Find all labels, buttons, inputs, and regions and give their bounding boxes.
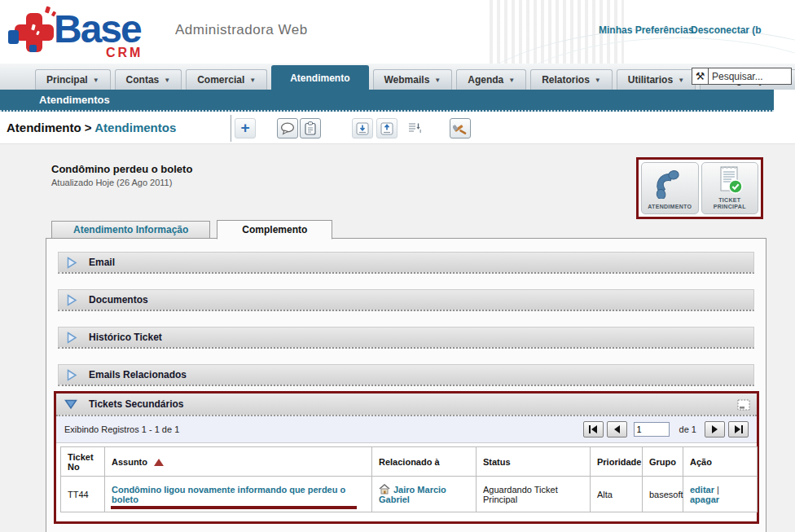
tools-icon[interactable]: ⚒ (692, 68, 709, 85)
col-status[interactable]: Status (477, 447, 591, 477)
pagination-controls: de 1 (583, 421, 749, 437)
chevron-down-icon: ▼ (508, 77, 515, 84)
nav-tab-contas[interactable]: Contas▼ (115, 69, 182, 90)
col-acao[interactable]: Ação (683, 447, 758, 477)
col-prioridade[interactable]: Prioridade (591, 447, 643, 477)
logo-text: Base (54, 7, 141, 51)
ticket-principal-button-label: TICKET PRINCIPAL (702, 197, 758, 212)
editar-link[interactable]: editar (690, 485, 714, 495)
chevron-down-icon: ▼ (164, 77, 170, 84)
page-of-label: de 1 (679, 424, 696, 434)
triangle-right-icon (67, 369, 77, 381)
table-row: TT44 Condômino ligou novamente informand… (61, 477, 758, 512)
desconectar-link[interactable]: Desconectar (b (691, 24, 762, 36)
chevron-down-icon: ▼ (93, 77, 99, 84)
comment-button[interactable] (277, 118, 298, 138)
accordion-emails-relacionados[interactable]: Emails Relacionados (58, 364, 754, 386)
next-page-button[interactable] (705, 421, 725, 437)
main-navigation: Principal▼ Contas▼ Comercial▼ Atendiment… (0, 64, 795, 90)
nav-tab-principal[interactable]: Principal▼ (35, 69, 111, 90)
annotation-box-quick-buttons: ATENDIMENTO TICKET PRINCIPAL (636, 157, 763, 219)
col-relacionado[interactable]: Relacionado à (372, 447, 477, 477)
sort-list-button[interactable] (404, 118, 425, 138)
nav-tab-comercial[interactable]: Comercial▼ (186, 69, 267, 90)
app-header: Base CRM Administradora Web Minhas Prefe… (0, 0, 795, 64)
speech-bubble-icon (280, 122, 295, 135)
accordion-tickets-secundarios[interactable]: Tickets Secundários (56, 394, 757, 416)
accordion-historico-ticket[interactable]: Histórico Ticket (58, 327, 754, 349)
nav-tab-webmails[interactable]: Webmails▼ (373, 69, 453, 90)
nav-tab-atendimento[interactable]: Atendimento (271, 65, 368, 90)
col-grupo[interactable]: Grupo (643, 447, 683, 477)
plus-icon: + (240, 120, 249, 135)
ticket-subject-link[interactable]: Condômino ligou novamente informando que… (112, 485, 345, 504)
last-page-button[interactable] (728, 421, 749, 437)
section-bar: Atendimentos (0, 90, 774, 112)
search-box: ⚒ (692, 68, 792, 85)
tab-complemento[interactable]: Complemento (217, 220, 332, 240)
ticket-check-icon (717, 163, 743, 197)
col-assunto[interactable]: Assunto (105, 447, 372, 477)
minhas-preferencias-link[interactable]: Minhas Preferências (599, 24, 694, 36)
atendimento-button[interactable]: ATENDIMENTO (641, 162, 699, 214)
admin-tools-button[interactable] (450, 118, 471, 138)
cell-acao: editar | apagar (683, 477, 758, 512)
table-header-row: Ticket No Assunto Relacionado à Status P… (61, 447, 758, 477)
ticket-principal-button[interactable]: TICKET PRINCIPAL (701, 162, 759, 214)
gavel-icon (453, 122, 468, 135)
triangle-right-icon (67, 257, 77, 269)
nav-tab-agenda[interactable]: Agenda▼ (456, 69, 526, 90)
base-crm-logo[interactable]: Base CRM (8, 5, 171, 62)
triangle-right-icon (67, 332, 77, 344)
import-button[interactable] (352, 118, 373, 138)
annotation-box-tickets-secundarios: Tickets Secundários Exibindo Registros 1… (54, 391, 759, 524)
detail-tabs: Atendimento Informação Complemento (51, 220, 332, 239)
logo-subtext: CRM (106, 46, 143, 60)
accordion-email[interactable]: Email (58, 252, 754, 274)
triangle-right-icon (67, 294, 77, 306)
app-title: Administradora Web (175, 22, 308, 38)
chevron-down-icon: ▼ (434, 77, 441, 84)
popup-window-icon[interactable] (737, 399, 750, 411)
record-updated-label: Atualizado Hoje (26 Ago 2011) (51, 178, 172, 187)
export-button[interactable] (376, 118, 398, 138)
records-info: Exibindo Registros 1 - 1 de 1 (64, 424, 179, 434)
cell-grupo: basesoft (643, 477, 683, 512)
search-input[interactable] (709, 68, 792, 85)
first-page-button[interactable] (583, 421, 604, 437)
toolbar: + (235, 117, 471, 139)
col-ticket-no[interactable]: Ticket No (61, 447, 105, 477)
tab-atendimento-informacao[interactable]: Atendimento Informação (51, 221, 210, 239)
content-area: Condômino perdeu o boleto Atualizado Hoj… (0, 143, 795, 532)
chevron-down-icon: ▼ (595, 77, 601, 84)
sort-list-icon (407, 122, 422, 134)
tickets-table: Ticket No Assunto Relacionado à Status P… (60, 446, 758, 512)
page-number-input[interactable] (634, 422, 670, 437)
cell-status: Aguardando Ticket Principal (477, 477, 591, 512)
cell-prioridade: Alta (591, 477, 643, 512)
add-button[interactable]: + (235, 118, 256, 138)
prev-page-button[interactable] (607, 421, 627, 437)
nav-tabs: Principal▼ Contas▼ Comercial▼ Atendiment… (35, 65, 795, 90)
logo-puzzle-icon (8, 7, 59, 59)
clipboard-icon (305, 121, 316, 135)
chevron-down-icon: ▼ (678, 77, 684, 84)
breadcrumb-separator: > (85, 121, 92, 134)
breadcrumb: Atendimento > Atendimentos (7, 121, 176, 134)
breadcrumb-current[interactable]: Atendimentos (94, 121, 176, 134)
complemento-panel: Email Documentos Histórico Ticket Emails… (46, 238, 766, 532)
record-title: Condômino perdeu o boleto (51, 163, 192, 175)
atendimento-button-label: ATENDIMENTO (648, 204, 692, 211)
nav-tab-utilitarios[interactable]: Utilitarios▼ (617, 69, 696, 90)
triangle-down-icon (64, 399, 77, 410)
cell-relacionado: Jairo Marcio Gabriel (372, 477, 477, 512)
toolbar-divider (231, 115, 231, 142)
page: Base CRM Administradora Web Minhas Prefe… (0, 0, 795, 532)
sort-ascending-icon (154, 459, 164, 466)
clipboard-button[interactable] (300, 118, 321, 138)
nav-tab-relatorios[interactable]: Relatorios▼ (530, 69, 613, 90)
action-separator: | (717, 485, 719, 495)
accordion-documentos[interactable]: Documentos (58, 289, 754, 311)
pagination-row: Exibindo Registros 1 - 1 de 1 de 1 (56, 416, 757, 443)
apagar-link[interactable]: apagar (690, 495, 719, 504)
